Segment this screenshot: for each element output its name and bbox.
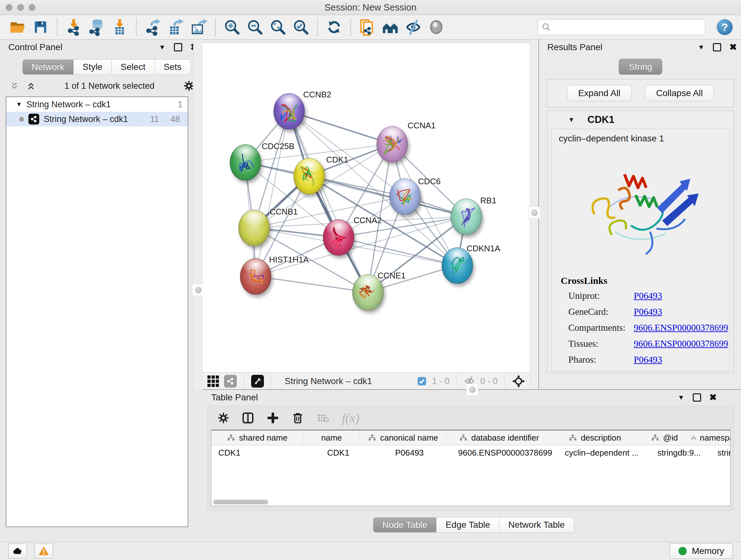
show-all-button[interactable] (427, 18, 446, 37)
refresh-icon (326, 19, 342, 36)
network-node-hist1h1a[interactable] (240, 258, 271, 295)
column-header-name[interactable]: name (304, 430, 360, 445)
help-button[interactable]: ? (717, 19, 733, 35)
network-node-cdc25b[interactable] (230, 144, 261, 181)
zoom-out-button[interactable] (246, 18, 264, 37)
entry-header-cdk1[interactable]: ▼ CDK1 (548, 111, 733, 129)
cell-database-identifier[interactable]: 9606.ENSP00000378699 (453, 445, 558, 460)
column-header-shared-name[interactable]: shared name (211, 430, 304, 445)
left-splitter[interactable] (193, 40, 203, 389)
cell-namespace[interactable]: stringdb (711, 445, 731, 460)
right-splitter[interactable] (530, 40, 539, 389)
import-network-file-button[interactable] (64, 18, 83, 37)
tab-network-table[interactable]: Network Table (499, 517, 574, 533)
crosslink-link[interactable]: P06493 (634, 307, 662, 317)
zoom-fit-icon (270, 19, 286, 36)
splitter-handle[interactable] (192, 284, 204, 296)
gear-icon[interactable] (217, 412, 229, 424)
splitter-handle[interactable] (466, 383, 478, 395)
column-header-id[interactable]: @id (638, 430, 691, 445)
crosslink-link[interactable]: 9606.ENSP00000378699 (634, 322, 728, 333)
horizontal-scrollbar[interactable] (213, 500, 268, 504)
panel-menu-icon[interactable]: ▼ (159, 44, 165, 51)
entry-expander-icon[interactable]: ▼ (568, 116, 575, 124)
share-view-icon[interactable] (224, 375, 237, 388)
open-session-button[interactable] (8, 18, 27, 37)
panel-menu-icon[interactable]: ▼ (698, 44, 704, 51)
delete-column-icon[interactable] (291, 412, 304, 424)
memory-button[interactable]: Memory (670, 543, 733, 559)
network-node-cdk1[interactable] (293, 158, 325, 194)
refresh-button[interactable] (325, 18, 343, 37)
search-input[interactable] (554, 20, 701, 34)
splitter-handle[interactable] (528, 206, 540, 219)
network-edges-layer (203, 43, 530, 372)
column-header-database-identifier[interactable]: database identifier (447, 430, 552, 445)
tab-network[interactable]: Network (22, 59, 74, 75)
tab-node-table[interactable]: Node Table (373, 517, 436, 533)
cell-canonical-name[interactable]: P06493 (366, 445, 453, 460)
column-header-canonical-name[interactable]: canonical name (360, 430, 447, 445)
network-node-ccna1[interactable] (377, 126, 408, 163)
column-header-namespace[interactable]: namespac (691, 430, 731, 445)
grid-view-icon[interactable] (207, 375, 219, 387)
show-columns-icon[interactable] (242, 412, 254, 424)
hide-selected-button[interactable] (404, 18, 422, 37)
zoom-selected-button[interactable] (292, 18, 310, 37)
cell-id[interactable]: stringdb:9... (650, 445, 711, 460)
import-table-button[interactable] (111, 18, 129, 37)
network-canvas[interactable]: CCNB2CCNA1CDC25BCDK1CDC6RB1CCNB1CCNA2CDK… (203, 43, 530, 372)
network-edge[interactable] (289, 111, 367, 292)
expand-all-chevron-icon[interactable] (26, 81, 36, 91)
network-collection-row[interactable]: ▼ String Network – cdk1 1 (6, 97, 188, 112)
network-node-ccnb1[interactable] (239, 210, 270, 246)
tree-expander-icon[interactable]: ▼ (16, 101, 22, 108)
crosslink-link[interactable]: P06493 (634, 354, 662, 365)
table-toolbar: f(x) (208, 406, 734, 430)
birds-eye-view-icon[interactable] (251, 375, 264, 388)
zoom-in-button[interactable] (223, 18, 241, 37)
home-networks-button[interactable] (381, 18, 400, 37)
network-node-ccnb2[interactable] (273, 93, 305, 130)
collapse-all-button[interactable]: Collapse All (645, 85, 714, 101)
cell-name[interactable]: CDK1 (310, 445, 366, 460)
network-node-ccna2[interactable] (323, 219, 354, 256)
cell-shared-name[interactable]: CDK1 (211, 445, 310, 460)
tab-edge-table[interactable]: Edge Table (436, 517, 499, 533)
network-node-rb1[interactable] (451, 199, 482, 235)
panel-close-icon[interactable]: ✖ (730, 43, 737, 52)
network-row-selected[interactable]: String Network – cdk1 11 48 (6, 112, 188, 126)
crosslink-link[interactable]: 9606.ENSP00000378699 (634, 338, 728, 349)
network-edge[interactable] (289, 111, 392, 144)
import-network-icon (65, 18, 82, 36)
zoom-fit-button[interactable] (269, 18, 287, 37)
tab-sets[interactable]: Sets (155, 59, 191, 75)
network-document-button[interactable] (358, 18, 377, 37)
crosslink-link[interactable]: P06493 (634, 291, 662, 301)
tab-style[interactable]: Style (74, 59, 112, 75)
selected-checkbox-icon[interactable] (417, 376, 427, 386)
cloud-status-button[interactable] (8, 544, 27, 558)
pan-crosshair-icon[interactable] (512, 374, 525, 388)
panel-menu-icon[interactable]: ▼ (678, 394, 684, 401)
panel-float-icon[interactable] (693, 393, 701, 401)
panel-close-icon[interactable]: ✖ (710, 393, 717, 402)
network-edge[interactable] (255, 276, 367, 292)
collapse-all-chevron-icon[interactable] (10, 81, 19, 91)
network-node-cdc6[interactable] (389, 179, 421, 215)
panel-float-icon[interactable] (174, 43, 182, 51)
export-image-button[interactable] (190, 18, 208, 37)
cell-description[interactable]: cyclin–dependent ... (558, 445, 650, 460)
expand-all-button[interactable]: Expand All (567, 85, 631, 101)
table-row[interactable]: CDK1 CDK1 P06493 9606.ENSP00000378699 cy… (211, 445, 730, 460)
import-network-database-button[interactable] (87, 18, 106, 37)
warnings-button[interactable] (35, 544, 53, 558)
panel-float-icon[interactable] (713, 43, 721, 51)
tab-string[interactable]: String (619, 59, 662, 75)
tab-select[interactable]: Select (112, 59, 155, 75)
add-column-icon[interactable] (266, 412, 279, 424)
export-network-button[interactable] (144, 18, 162, 37)
save-session-button[interactable] (31, 18, 50, 37)
export-table-button[interactable] (166, 18, 185, 37)
column-header-description[interactable]: description (552, 430, 638, 445)
